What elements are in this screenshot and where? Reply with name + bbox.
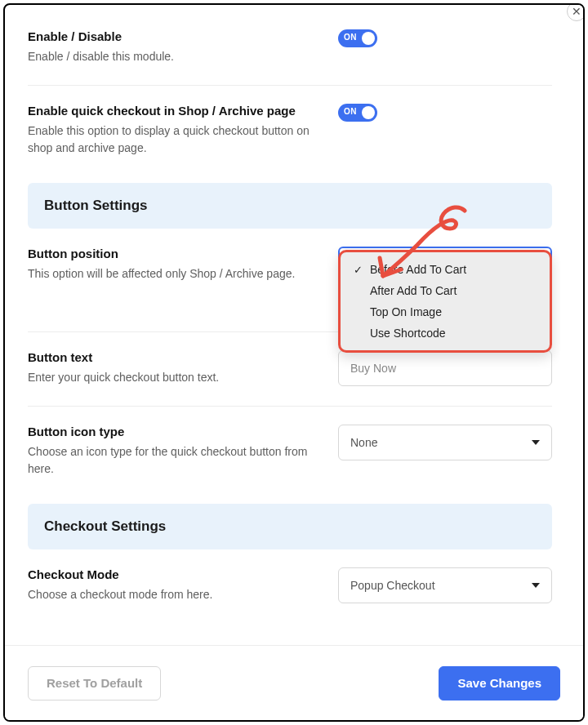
row-title: Button position: [28, 247, 322, 260]
row-desc: Enter your quick checkout button text.: [28, 369, 322, 386]
row-button-icon-type: Button icon type Choose an icon type for…: [28, 407, 552, 497]
button-position-dropdown: ✓ Before Add To Cart After Add To Cart T…: [338, 250, 552, 353]
footer: Reset To Default Save Changes: [5, 645, 583, 720]
row-enable-disable: Enable / Disable Enable / disable this m…: [28, 21, 552, 86]
dropdown-item-label: Before Add To Cart: [370, 263, 466, 276]
chevron-down-icon: [532, 583, 540, 588]
close-icon: ✕: [572, 5, 581, 18]
select-value: None: [350, 436, 377, 449]
chevron-down-icon: [532, 440, 540, 445]
settings-modal: ✕ Enable / Disable Enable / disable this…: [3, 3, 585, 722]
close-button[interactable]: ✕: [567, 3, 585, 21]
row-title: Checkout Mode: [28, 567, 322, 581]
button-label: Save Changes: [457, 676, 541, 690]
row-enable-archive: Enable quick checkout in Shop / Archive …: [28, 86, 552, 176]
save-changes-button[interactable]: Save Changes: [439, 666, 560, 701]
row-desc: Choose an icon type for the quick checko…: [28, 443, 322, 478]
button-text-input[interactable]: Buy Now: [338, 350, 552, 386]
check-icon: ✓: [352, 264, 363, 276]
row-title: Enable quick checkout in Shop / Archive …: [28, 104, 322, 118]
row-title: Button text: [28, 350, 322, 364]
checkout-mode-select[interactable]: Popup Checkout: [338, 567, 552, 603]
dropdown-item-top-on-image[interactable]: Top On Image: [345, 301, 545, 322]
section-header-button-settings: Button Settings: [28, 183, 552, 229]
row-button-position: Button position This option will be affe…: [28, 229, 552, 332]
section-header-checkout-settings: Checkout Settings: [28, 504, 552, 549]
row-checkout-mode: Checkout Mode Choose a checkout mode fro…: [28, 549, 552, 623]
row-title: Enable / Disable: [28, 29, 322, 43]
dropdown-item-before-add-to-cart[interactable]: ✓ Before Add To Cart: [345, 259, 545, 280]
toggle-enable-archive[interactable]: ON: [338, 104, 377, 122]
toggle-on-label: ON: [344, 33, 357, 42]
dropdown-item-after-add-to-cart[interactable]: After Add To Cart: [345, 280, 545, 301]
dropdown-item-label: Use Shortcode: [370, 327, 446, 340]
button-label: Reset To Default: [47, 676, 142, 690]
row-desc: This option will be affected only Shop /…: [28, 265, 322, 282]
reset-to-default-button[interactable]: Reset To Default: [28, 666, 161, 701]
input-value: Buy Now: [350, 362, 396, 375]
dropdown-item-label: Top On Image: [370, 305, 442, 318]
dropdown-item-label: After Add To Cart: [370, 284, 457, 297]
toggle-knob: [362, 32, 375, 45]
scroll-area[interactable]: Enable / Disable Enable / disable this m…: [28, 21, 560, 640]
toggle-knob: [362, 106, 375, 119]
row-title: Button icon type: [28, 425, 322, 438]
dropdown-item-use-shortcode[interactable]: Use Shortcode: [345, 322, 545, 344]
toggle-enable-module[interactable]: ON: [338, 29, 377, 47]
toggle-on-label: ON: [344, 107, 357, 116]
row-desc: Enable this option to display a quick ch…: [28, 122, 322, 157]
row-desc: Enable / disable this module.: [28, 48, 322, 65]
select-value: Popup Checkout: [350, 579, 435, 592]
row-desc: Choose a checkout mode from here.: [28, 586, 322, 603]
button-icon-type-select[interactable]: None: [338, 425, 552, 460]
